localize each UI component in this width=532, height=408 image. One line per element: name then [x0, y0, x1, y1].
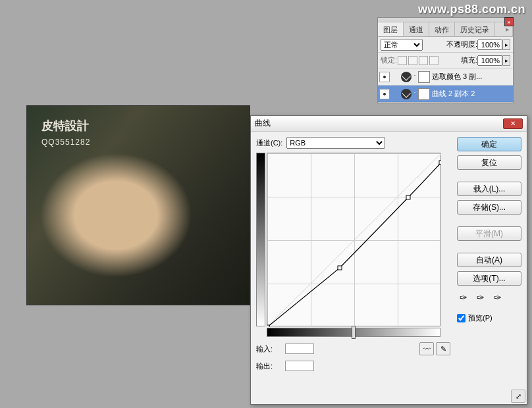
adjustment-icon — [401, 89, 412, 99]
eyedropper-gray-icon[interactable]: ✑ — [474, 292, 487, 305]
preview-checkbox[interactable] — [457, 314, 466, 322]
auto-button[interactable]: 自动(A) — [457, 253, 521, 267]
svg-rect-4 — [439, 161, 441, 165]
visibility-eye-icon[interactable] — [379, 89, 390, 99]
fill-label: 填充: — [461, 55, 477, 65]
layer-row[interactable]: · 选取颜色 3 副... — [378, 68, 513, 86]
gradient-slider[interactable] — [352, 326, 356, 339]
lock-move-icon[interactable] — [419, 56, 428, 65]
horizontal-gradient[interactable] — [267, 328, 440, 337]
adjustment-icon — [401, 72, 412, 82]
layer-name[interactable]: 曲线 2 副本 2 — [432, 89, 475, 99]
dialog-titlebar[interactable]: 曲线 ✕ — [251, 116, 527, 132]
preview-label: 预览(P) — [468, 313, 492, 323]
opacity-input[interactable] — [477, 39, 502, 50]
canvas-image: 皮特設計 QQ3551282 — [26, 105, 250, 305]
layer-row[interactable]: · 曲线 2 副本 2 — [378, 86, 513, 103]
fill-stepper[interactable]: ▸ — [502, 55, 510, 66]
opacity-stepper[interactable]: ▸ — [502, 39, 510, 50]
link-icon: · — [413, 89, 417, 99]
dialog-title: 曲线 — [255, 118, 271, 129]
eyedropper-black-icon[interactable]: ✑ — [457, 292, 470, 305]
reset-button[interactable]: 复位 — [457, 155, 521, 170]
watermark-text: www.ps88.com.cn — [418, 3, 525, 16]
svg-rect-3 — [406, 195, 410, 199]
close-icon[interactable]: ✕ — [503, 118, 523, 129]
layer-name[interactable]: 选取颜色 3 副... — [432, 72, 482, 82]
svg-rect-1 — [267, 325, 269, 327]
lock-all-icon[interactable] — [429, 56, 439, 65]
channel-label: 通道(C): — [256, 138, 282, 148]
visibility-eye-icon[interactable] — [379, 72, 390, 82]
lock-brush-icon[interactable] — [408, 56, 417, 65]
input-value-field[interactable] — [285, 344, 314, 354]
lock-label: 锁定: — [381, 55, 397, 65]
ok-button[interactable]: 确定 — [457, 137, 521, 151]
output-value-field[interactable] — [285, 361, 314, 371]
link-icon: · — [413, 72, 417, 82]
load-button[interactable]: 载入(L)... — [457, 182, 521, 196]
curves-dialog: 曲线 ✕ 通道(C): RGB — [250, 115, 527, 405]
curve-tool-icon[interactable]: 〰 — [419, 342, 434, 355]
panel-close-icon[interactable]: × — [504, 17, 514, 26]
tab-channels[interactable]: 通道 — [404, 22, 429, 36]
opacity-label: 不透明度: — [446, 39, 477, 49]
panel-tabs: 图层 通道 动作 历史记录 ▸ — [378, 22, 513, 37]
lock-transparency-icon[interactable] — [398, 56, 407, 65]
eyedropper-white-icon[interactable]: ✑ — [491, 292, 504, 305]
resize-toggle-icon[interactable]: ⤢ — [511, 390, 525, 403]
image-sub-text: QQ3551282 — [41, 138, 90, 147]
tab-history[interactable]: 历史记录 — [455, 22, 495, 36]
svg-line-0 — [267, 153, 441, 327]
curves-graph[interactable] — [267, 153, 440, 326]
tab-actions[interactable]: 动作 — [429, 22, 455, 36]
layers-panel: × 图层 通道 动作 历史记录 ▸ 正常 不透明度: ▸ 锁定: 填充: ▸ ·… — [377, 17, 514, 103]
options-button[interactable]: 选项(T)... — [457, 271, 521, 286]
layer-mask-thumb[interactable] — [418, 71, 430, 83]
output-label: 输出: — [256, 361, 282, 371]
input-label: 输入: — [256, 344, 282, 354]
image-brand-text: 皮特設計 — [41, 118, 89, 134]
save-button[interactable]: 存储(S)... — [457, 200, 521, 215]
blend-mode-select[interactable]: 正常 — [381, 39, 423, 51]
layer-mask-thumb[interactable] — [418, 88, 430, 100]
curve-line[interactable] — [267, 153, 441, 327]
pencil-tool-icon[interactable]: ✎ — [436, 342, 450, 355]
fill-input[interactable] — [477, 55, 502, 66]
channel-select[interactable]: RGB — [286, 137, 385, 149]
smooth-button: 平滑(M) — [457, 226, 521, 241]
panel-grip[interactable] — [378, 18, 513, 22]
svg-rect-2 — [338, 266, 342, 270]
tab-layers[interactable]: 图层 — [378, 22, 404, 36]
vertical-gradient — [256, 153, 265, 326]
